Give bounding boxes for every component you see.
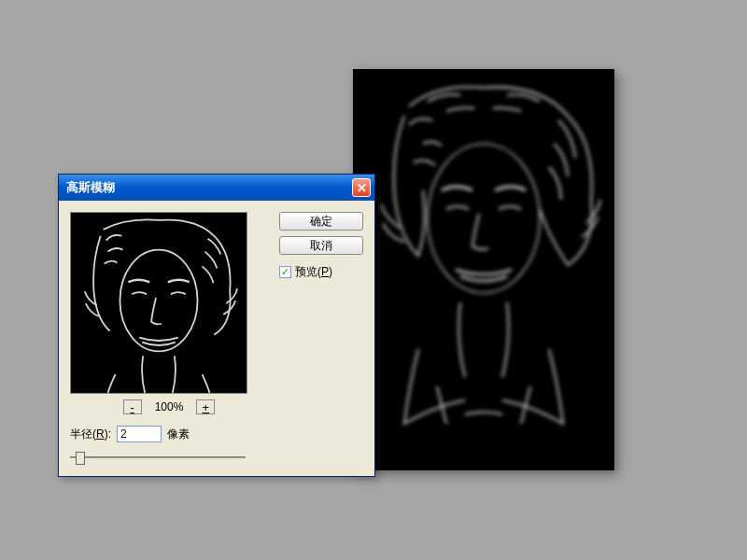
- gaussian-blur-dialog: 高斯模糊 ✕: [58, 174, 375, 477]
- slider-thumb[interactable]: [76, 452, 85, 465]
- cancel-button[interactable]: 取消: [279, 236, 363, 255]
- dialog-body: - 100% + 半径(R): 像素 确定 取消: [59, 201, 374, 476]
- ok-button[interactable]: 确定: [279, 212, 363, 231]
- dialog-title: 高斯模糊: [66, 179, 115, 196]
- slider-track: [70, 456, 246, 458]
- radius-row: 半径(R): 像素: [70, 426, 268, 442]
- minus-icon: -: [130, 401, 134, 413]
- zoom-controls: - 100% +: [70, 399, 268, 414]
- radius-unit: 像素: [167, 427, 190, 442]
- preview-image-box[interactable]: [70, 212, 247, 394]
- preview-label: 预览(P): [295, 264, 332, 280]
- portrait-edge-image: [353, 69, 614, 470]
- cancel-label: 取消: [310, 238, 332, 254]
- close-button[interactable]: ✕: [352, 178, 371, 197]
- canvas-preview: [353, 69, 614, 470]
- svg-rect-0: [353, 69, 614, 470]
- svg-rect-2: [71, 213, 247, 393]
- preview-column: - 100% + 半径(R): 像素: [70, 212, 268, 465]
- check-icon: ✓: [281, 266, 289, 278]
- ok-label: 确定: [310, 214, 332, 230]
- radius-input[interactable]: [117, 426, 162, 442]
- plus-icon: +: [203, 401, 210, 413]
- preview-checkbox-row: ✓ 预览(P): [279, 264, 363, 280]
- radius-label: 半径(R):: [70, 427, 111, 442]
- preview-portrait: [71, 213, 247, 393]
- preview-checkbox[interactable]: ✓: [279, 266, 291, 278]
- radius-slider[interactable]: [70, 450, 246, 465]
- button-column: 确定 取消 ✓ 预览(P): [279, 212, 363, 465]
- dialog-titlebar[interactable]: 高斯模糊 ✕: [59, 175, 374, 201]
- close-icon: ✕: [357, 181, 367, 195]
- zoom-in-button[interactable]: +: [196, 399, 215, 414]
- zoom-value: 100%: [155, 400, 184, 413]
- zoom-out-button[interactable]: -: [123, 399, 142, 414]
